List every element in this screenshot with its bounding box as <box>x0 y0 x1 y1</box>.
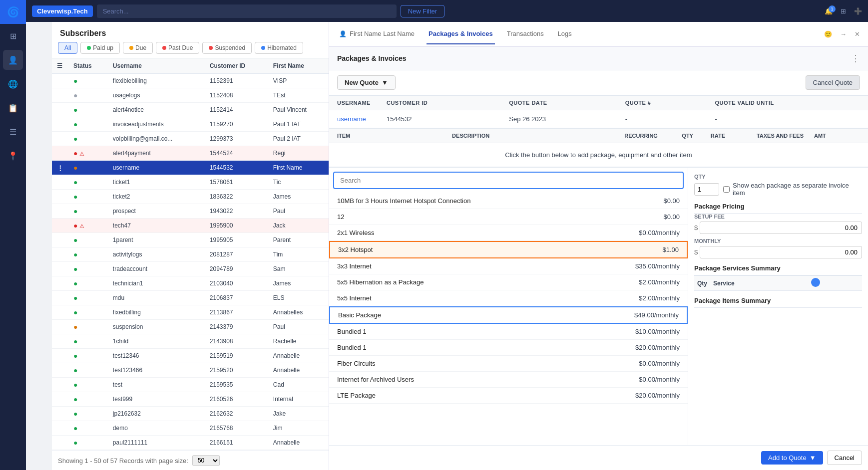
table-row[interactable]: ● alert4notice 1152414 Paul Vincent <box>52 103 329 117</box>
row-first-name: James <box>268 276 329 291</box>
table-row[interactable]: ● voipbilling@gmail.co... 1299373 Paul 2… <box>52 132 329 146</box>
nav-location-icon[interactable]: 📍 <box>3 146 23 166</box>
new-filter-button[interactable]: New Filter <box>401 5 445 17</box>
package-item[interactable]: 3x2 Hotspot $1.00 <box>329 241 688 258</box>
nav-menu-icon[interactable]: ☰ <box>3 122 23 142</box>
table-row[interactable]: ● ticket1 1578061 Tic <box>52 175 329 190</box>
package-item-name: 2x1 Wireless <box>337 229 374 236</box>
row-menu <box>52 247 68 262</box>
topbar: Cleverwisp.Tech New Filter 🔔 1 ⊞ ➕ <box>26 0 868 22</box>
app-logo[interactable]: 🌀 <box>0 0 26 24</box>
three-dot-menu[interactable]: ⋮ <box>851 53 860 64</box>
package-item[interactable]: LTE Package $20.00/monthly <box>329 388 688 404</box>
nav-grid-icon[interactable]: ⊞ <box>3 26 23 46</box>
table-row[interactable]: ● technician1 2103040 James <box>52 276 329 291</box>
table-row[interactable]: ● activitylogs 2081287 Tim <box>52 247 329 262</box>
add-to-quote-button[interactable]: Add to Quote ▼ <box>761 451 823 465</box>
grid-icon[interactable]: ⊞ <box>841 7 846 15</box>
row-menu <box>52 219 68 233</box>
table-row[interactable]: ● usagelogs 1152408 TEst <box>52 88 329 103</box>
new-quote-button[interactable]: New Quote ▼ <box>337 75 396 90</box>
table-row[interactable]: ⋮ ● username 1544532 First Name <box>52 161 329 175</box>
setup-fee-input[interactable] <box>700 222 862 234</box>
table-row[interactable]: ● prospect 1943022 Paul <box>52 204 329 219</box>
package-item[interactable]: 2x1 Wireless $0.00/monthly <box>329 225 688 241</box>
items-col-taxes: Taxes and Fees <box>757 133 814 139</box>
table-row[interactable]: ● test 2159535 Cad <box>52 378 329 392</box>
row-status: ● <box>68 247 108 262</box>
row-menu <box>52 190 68 204</box>
table-row[interactable]: ● tradeaccount 2094789 Sam <box>52 262 329 276</box>
package-item[interactable]: Fiber Circuits $0.00/monthly <box>329 356 688 372</box>
emoji-icon[interactable]: 🙂 <box>824 30 832 38</box>
package-item[interactable]: 10MB for 3 Hours Internet Hotspot Connec… <box>329 193 688 209</box>
table-row[interactable]: ● ticket2 1836322 James <box>52 190 329 204</box>
table-row[interactable]: ● test999 2160526 Internal <box>52 392 329 407</box>
table-row[interactable]: ● 1parent 1995905 Parent <box>52 233 329 247</box>
table-row[interactable]: ● ⚠ alert4payment 1544524 Regi <box>52 146 329 161</box>
search-input[interactable] <box>97 4 397 18</box>
row-customer-id: 2143379 <box>205 320 268 334</box>
row-menu[interactable]: ⋮ <box>52 161 68 175</box>
cancel-button[interactable]: Cancel <box>827 451 862 465</box>
table-row[interactable]: ● fixedbilling 2113867 Annabelles <box>52 305 329 320</box>
table-row[interactable]: ● invoiceadjustments 1159270 Paul 1 IAT <box>52 117 329 132</box>
table-row[interactable]: ● demo 2165768 Jim <box>52 421 329 436</box>
plus-icon[interactable]: ➕ <box>854 7 862 15</box>
row-username: paul2111111 <box>108 436 205 450</box>
filter-tab-due[interactable]: Due <box>123 42 153 54</box>
separate-invoice-label: Show each package as separate invoice it… <box>723 182 862 197</box>
table-row[interactable]: ● suspension 2143379 Paul <box>52 320 329 334</box>
items-header-row: Item Description Recurring Qty Rate Taxe… <box>329 128 868 143</box>
cancel-quote-button[interactable]: Cancel Quote <box>806 75 861 90</box>
table-row[interactable]: ● 1child 2143908 Rachelle <box>52 334 329 349</box>
package-item[interactable]: 5x5 Hibernation as a Package $2.00/month… <box>329 274 688 290</box>
table-row[interactable]: ● paul2111111 2166151 Annabelle <box>52 436 329 450</box>
row-menu <box>52 262 68 276</box>
package-item[interactable]: 12 $0.00 <box>329 209 688 225</box>
tab-logs[interactable]: Logs <box>556 24 574 44</box>
table-row[interactable]: ● jp2162632 2162632 Jake <box>52 407 329 421</box>
quote-username-link[interactable]: username <box>337 115 366 123</box>
tab-transactions[interactable]: Transactions <box>505 24 546 44</box>
filter-tab-all[interactable]: All <box>58 42 77 54</box>
filter-tab-hibernated[interactable]: Hibernated <box>255 42 303 54</box>
row-username: test12346 <box>108 349 205 363</box>
monthly-input[interactable] <box>700 246 862 258</box>
items-col-qty: Qty <box>682 133 711 139</box>
page-size-select[interactable]: 50 100 25 <box>192 455 220 466</box>
table-row[interactable]: ● test12346 2159519 Annabelle <box>52 349 329 363</box>
nav-reports-icon[interactable]: 📋 <box>3 98 23 118</box>
nav-network-icon[interactable]: 🌐 <box>3 74 23 94</box>
qt-col-customer-id: CUSTOMER ID <box>379 96 501 110</box>
qty-input[interactable] <box>694 183 719 196</box>
tab-packages-invoices[interactable]: Packages & Invoices <box>427 24 495 44</box>
filter-tab-past-due[interactable]: Past Due <box>156 42 199 54</box>
tab-first-name[interactable]: 👤 First Name Last Name <box>337 24 417 44</box>
nav-users-icon[interactable]: 👤 <box>3 50 23 70</box>
qt-col-username: USERNAME <box>329 96 379 110</box>
filter-tab-suspended[interactable]: Suspended <box>202 42 252 54</box>
package-item[interactable]: Basic Package $49.00/monthly <box>329 306 688 324</box>
forward-icon[interactable]: → <box>840 30 847 38</box>
package-item-price: $49.00/monthly <box>634 311 679 319</box>
notification-bell[interactable]: 🔔 1 <box>825 7 833 15</box>
row-menu <box>52 276 68 291</box>
table-row[interactable]: ● flexiblebilling 1152391 VISP <box>52 74 329 88</box>
close-icon[interactable]: ✕ <box>855 30 860 38</box>
qt-col-quote-date: QUOTE DATE <box>501 96 617 110</box>
package-item[interactable]: Bundled 1 $20.00/monthly <box>329 340 688 356</box>
separate-invoice-checkbox[interactable] <box>723 186 730 193</box>
table-row[interactable]: ● test123466 2159520 Annabelle <box>52 363 329 378</box>
package-item[interactable]: 5x5 Internet $2.00/monthly <box>329 290 688 306</box>
table-row[interactable]: ● mdu 2106837 ELS <box>52 291 329 305</box>
package-item[interactable]: Bundled 1 $10.00/monthly <box>329 324 688 340</box>
services-action-icon[interactable] <box>811 278 820 287</box>
table-row[interactable]: ● ⚠ tech47 1995900 Jack <box>52 219 329 233</box>
package-item-price: $2.00/monthly <box>639 278 680 286</box>
row-menu <box>52 421 68 436</box>
filter-tab-paid-up[interactable]: Paid up <box>80 42 120 54</box>
package-search-input[interactable] <box>333 172 684 189</box>
package-item[interactable]: Internet for Archived Users $0.00/monthl… <box>329 372 688 388</box>
package-item[interactable]: 3x3 Internet $35.00/monthly <box>329 258 688 274</box>
